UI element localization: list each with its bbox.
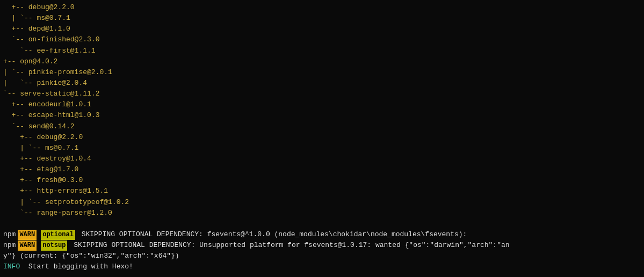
npm-prefix: npm	[3, 240, 16, 251]
npm-warn-optional-line: npm WARN optional SKIPPING OPTIONAL DEPE…	[3, 229, 641, 240]
tree-line: `-- ee-first@1.1.1	[3, 46, 641, 56]
tree-line: | `-- pinkie-promise@2.0.1	[3, 67, 641, 78]
npm-prefix: npm	[3, 229, 16, 240]
warn-badge: WARN	[18, 230, 37, 240]
tree-line: `-- range-parser@1.2.0	[3, 208, 641, 218]
info-prefix: INFO	[3, 261, 20, 272]
tree-line: | `-- ms@0.7.1	[3, 13, 641, 24]
blank-line	[3, 218, 641, 229]
tree-line: +-- destroy@1.0.4	[3, 154, 641, 164]
npm-warn-optional-text: SKIPPING OPTIONAL DEPENDENCY: fsevents@^…	[77, 229, 467, 240]
tree-line: +-- depd@1.1.0	[3, 24, 641, 34]
tree-line: | `-- ms@0.7.1	[3, 143, 641, 154]
tree-line: +-- opn@4.0.2	[3, 56, 641, 67]
tree-line: | `-- setprototypeof@1.0.2	[3, 197, 641, 208]
notsup-badge: notsup	[41, 240, 67, 251]
tree-line: +-- etag@1.7.0	[3, 164, 641, 175]
warn-badge: WARN	[18, 240, 37, 251]
tree-line: +-- http-errors@1.5.1	[3, 186, 641, 196]
tree-line: | `-- pinkie@2.0.4	[3, 78, 641, 89]
info-text: Start blogging with Hexo!	[20, 261, 133, 272]
npm-warn-notsup-line: npm WARN notsup SKIPPING OPTIONAL DEPEND…	[3, 240, 641, 251]
terminal: +-- debug@2.2.0 | `-- ms@0.7.1 +-- depd@…	[0, 0, 644, 277]
npm-continuation-text: y"} (current: {"os":"win32","arch":"x64"…	[3, 251, 179, 261]
tree-line: +-- debug@2.2.0	[3, 132, 641, 143]
npm-continuation-line: y"} (current: {"os":"win32","arch":"x64"…	[3, 251, 641, 261]
tree-line: +-- encodeurl@1.0.1	[3, 99, 641, 110]
tree-line: +-- escape-html@1.0.3	[3, 110, 641, 121]
npm-warn-notsup-text: SKIPPING OPTIONAL DEPENDENCY: Unsupporte…	[69, 240, 509, 251]
tree-line: `-- send@0.14.2	[3, 121, 641, 132]
info-line: INFO Start blogging with Hexo!	[3, 261, 641, 272]
tree-line: `-- serve-static@1.11.2	[3, 89, 641, 99]
tree-line: `-- on-finished@2.3.0	[3, 34, 641, 45]
optional-badge: optional	[41, 230, 75, 240]
tree-line: +-- fresh@0.3.0	[3, 175, 641, 186]
tree-line: +-- debug@2.2.0	[3, 2, 641, 13]
